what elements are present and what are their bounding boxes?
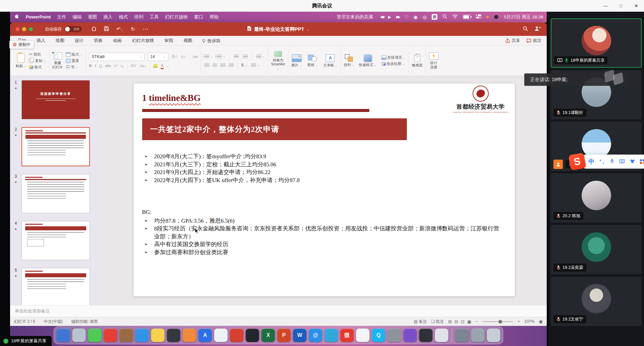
maximize-button[interactable]: □	[613, 0, 629, 11]
menu-item[interactable]: 文件	[57, 14, 66, 20]
apple-logo-icon[interactable]	[15, 14, 19, 20]
dock-icon[interactable]	[325, 329, 338, 342]
media-next-icon[interactable]: ▶▶	[396, 15, 399, 19]
ime-punctuation-icon[interactable]: °，	[599, 159, 605, 165]
justify-button[interactable]	[229, 63, 234, 67]
sorter-view-icon[interactable]: ⊟	[454, 319, 458, 324]
mac-close-button[interactable]	[15, 27, 19, 31]
tab-insert[interactable]: 插入	[36, 38, 46, 45]
menu-item[interactable]: 格式	[119, 14, 128, 20]
slide-thumbnail-5[interactable]: 5 ✦	[10, 268, 101, 305]
tab-slideshow[interactable]: 幻灯片放映	[131, 38, 155, 45]
search-icon[interactable]	[523, 26, 528, 33]
minimize-button[interactable]: —	[598, 0, 613, 11]
slide-thumbnail-2[interactable]: 2 ✦	[10, 127, 101, 166]
dock-icon[interactable]	[419, 329, 433, 342]
dock-icon[interactable]	[136, 329, 149, 342]
slide-canvas[interactable]: 1 timeline&BG 首都经济贸易大学 CAPITAL UNIVERSIT…	[133, 83, 515, 296]
font-color-button[interactable]: A	[161, 63, 164, 69]
participant-tile[interactable]: 20.2 韩旭	[551, 173, 642, 223]
participant-tile-sharing[interactable]: 18申展的屏幕共享	[551, 18, 642, 68]
share-button[interactable]: 共享	[505, 38, 520, 44]
line-spacing-button[interactable]: ⌄	[256, 55, 265, 58]
superscript-button[interactable]: x²	[114, 63, 117, 68]
dock-icon[interactable]	[230, 329, 244, 342]
mac-minimize-button[interactable]	[22, 27, 26, 31]
dock-icon[interactable]	[88, 329, 102, 342]
dock-icon[interactable]	[455, 329, 469, 342]
menu-item[interactable]: 插入	[103, 14, 112, 20]
align-text-button[interactable]: ⌄	[251, 63, 260, 67]
close-button[interactable]: ✕	[629, 0, 644, 11]
zoom-in-button[interactable]: +	[518, 319, 520, 324]
language-indicator[interactable]: 中文(中国)	[44, 319, 63, 325]
ime-language-mode[interactable]: 中	[588, 158, 594, 166]
dock-icon[interactable]	[120, 329, 133, 342]
paste-button[interactable]: 粘贴 ⌄	[16, 53, 26, 68]
change-case-button[interactable]: Aa⌄	[140, 63, 147, 68]
chevron-down-icon[interactable]: ⌄	[307, 27, 310, 31]
tell-me-button[interactable]: 告诉我	[202, 38, 220, 45]
ime-mic-icon[interactable]	[610, 159, 614, 165]
redo-button[interactable]: ↻	[131, 26, 135, 32]
dock-icon[interactable]: W	[293, 329, 307, 342]
tab-transitions[interactable]: 切换	[93, 38, 103, 45]
comments-button[interactable]: 批注	[527, 38, 541, 44]
dock-icon[interactable]	[246, 329, 259, 342]
dock-icon[interactable]	[104, 329, 117, 342]
dock-icon[interactable]: @	[309, 329, 322, 342]
character-spacing-button[interactable]: A︠V	[130, 63, 137, 68]
wifi-icon[interactable]	[452, 14, 458, 20]
copy-button[interactable]: 复制 ⌄	[29, 58, 46, 63]
menu-item[interactable]: 编辑	[72, 14, 82, 20]
spotlight-search-icon[interactable]	[442, 14, 447, 20]
font-size-select[interactable]: 14⌄	[148, 53, 168, 61]
cut-button[interactable]: ✂剪切	[29, 52, 46, 57]
participant-tile[interactable]: 19.2吴奕霖	[551, 225, 642, 274]
tab-animations[interactable]: 动画	[112, 38, 122, 45]
dock-icon[interactable]: X	[262, 329, 275, 342]
layout-button[interactable]: 版式 ⌄	[66, 52, 83, 57]
align-center-button[interactable]	[213, 63, 217, 67]
menu-item[interactable]: 排列	[134, 14, 143, 20]
ime-toolbox-icon[interactable]	[640, 159, 644, 164]
section-button[interactable]: 节 ⌄	[66, 65, 83, 70]
align-left-button[interactable]	[204, 63, 209, 67]
design-ideas-button[interactable]: 设计灵感	[429, 52, 438, 69]
bullets-button[interactable]: ⌄	[204, 55, 213, 58]
increase-indent-button[interactable]	[243, 55, 248, 58]
shape-outline-button[interactable]: 形状轮廓 ⌄	[381, 61, 406, 66]
zoom-percentage[interactable]: 107%	[524, 319, 535, 324]
dock-icon[interactable]	[57, 329, 70, 342]
zoom-out-button[interactable]: −	[476, 319, 478, 324]
shapes-button[interactable]: 形状 ⌄	[307, 55, 318, 67]
menu-item[interactable]: 工具	[150, 14, 159, 20]
slide-thumbnail-1[interactable]: 1 ✦ 英国留学申请分享	[10, 80, 101, 119]
quick-styles-button[interactable]: 快速样式 ⌄	[359, 54, 376, 67]
recording-indicator[interactable]: 录制中	[9, 40, 34, 49]
screen-share-badge[interactable]: ↑ 18申展的屏幕共享	[0, 336, 52, 346]
play-circle-icon[interactable]: ◎	[423, 15, 427, 19]
dock-icon[interactable]	[356, 329, 370, 342]
notes-placeholder[interactable]: 单击此处添加备注	[10, 305, 547, 317]
sensitivity-button[interactable]: 敏感度	[412, 54, 423, 67]
dock-icon[interactable]	[214, 329, 228, 342]
undo-button[interactable]: ↶⌄	[116, 26, 123, 32]
dock-icon[interactable]	[183, 329, 196, 342]
save-icon[interactable]	[104, 26, 109, 32]
align-right-button[interactable]	[220, 63, 225, 67]
input-method-icon[interactable]: 拼	[432, 14, 437, 20]
media-previous-icon[interactable]: ◀◀	[380, 15, 383, 19]
accessibility-status[interactable]: 辅助功能: 调查	[71, 319, 98, 325]
format-painter-button[interactable]: 格式	[29, 65, 46, 70]
slide-thumbnail-3[interactable]: 3 ✦	[10, 174, 101, 213]
zoom-slider[interactable]	[482, 321, 513, 322]
music-app-icon[interactable]: ◉	[414, 15, 418, 19]
slideshow-view-icon[interactable]: ▣	[467, 319, 471, 324]
document-title[interactable]: 最终-毕业论文答辩PPT	[254, 26, 304, 33]
normal-view-icon[interactable]: ⊞	[448, 319, 452, 324]
tab-design[interactable]: 设计	[74, 38, 84, 45]
dock-icon[interactable]: P	[277, 329, 291, 342]
mac-zoom-button[interactable]	[29, 27, 33, 31]
new-slide-button[interactable]: 新建幻灯片	[52, 52, 63, 69]
